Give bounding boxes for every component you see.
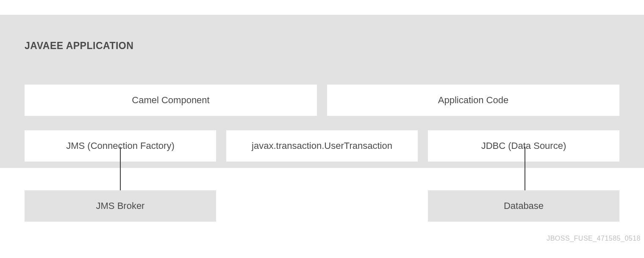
application-title: JAVAEE APPLICATION <box>25 40 133 52</box>
connector-jms <box>120 147 121 190</box>
application-container: JAVAEE APPLICATION Camel Component Appli… <box>0 15 644 168</box>
box-jms-broker: JMS Broker <box>25 190 216 222</box>
diagram-caption: JBOSS_FUSE_471585_0518 <box>547 235 641 242</box>
box-application-code: Application Code <box>327 85 619 116</box>
connector-jdbc <box>525 147 525 190</box>
row-components: Camel Component Application Code <box>25 85 619 116</box>
box-jdbc-data-source: JDBC (Data Source) <box>428 130 619 162</box>
row-resources: JMS (Connection Factory) javax.transacti… <box>25 130 619 162</box>
row-backends: JMS Broker Database <box>25 190 619 222</box>
box-camel-component: Camel Component <box>25 85 317 116</box>
box-user-transaction: javax.transaction.UserTransaction <box>226 130 418 162</box>
box-database: Database <box>428 190 619 222</box>
